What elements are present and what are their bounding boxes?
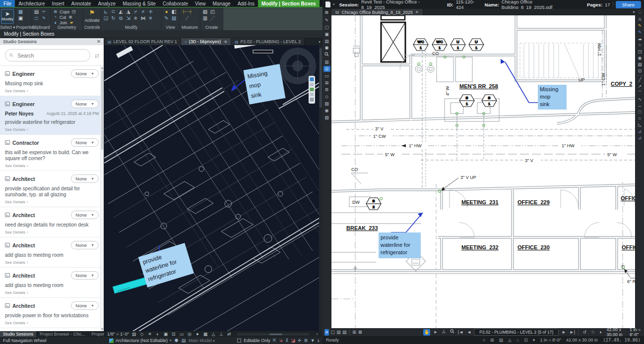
- dock-tab-project-browser[interactable]: Project Browser - Chic...: [37, 331, 89, 337]
- session-item[interactable]: Architect None▼ provide power in floor f…: [0, 298, 104, 328]
- window-icon[interactable]: ⊡: [524, 338, 528, 343]
- chevron-down-icon[interactable]: ▾: [633, 10, 635, 14]
- document-tab[interactable]: ▤ Chicago Office Building_8_19_2025 ✕: [331, 9, 423, 15]
- dock-tab-studio-sessions[interactable]: Studio Sessions: [0, 331, 37, 337]
- editable-only-checkbox[interactable]: [237, 339, 241, 343]
- analytical-model-icon[interactable]: △: [210, 331, 216, 337]
- status-dropdown[interactable]: None▼: [71, 100, 99, 108]
- lasso-tool-icon[interactable]: ◺: [637, 122, 644, 128]
- session-item[interactable]: Architect None▼ add glass to meeting roo…: [0, 268, 104, 298]
- select-by-face-icon[interactable]: ◪: [291, 338, 295, 343]
- bookmarks-icon[interactable]: ▤: [323, 38, 330, 44]
- paste-icon[interactable]: ▤: [33, 9, 40, 15]
- override-icon[interactable]: ▨: [171, 15, 177, 21]
- first-page-icon[interactable]: |◄: [457, 329, 464, 336]
- properties-icon[interactable]: ▦: [17, 9, 24, 15]
- select-pinned-icon[interactable]: ⊼: [285, 338, 289, 343]
- worksharing-display-icon[interactable]: ⇄: [226, 331, 232, 337]
- layers-icon[interactable]: ▨: [323, 115, 330, 120]
- type-properties-icon[interactable]: ▣: [17, 15, 24, 21]
- gear-icon[interactable]: ⚙: [323, 87, 330, 93]
- view-tab-plumbing[interactable]: ▤P2.02 - PLUMBING - LEVEL 2: [231, 38, 305, 45]
- ribbon-tab-file[interactable]: File: [0, 0, 15, 7]
- links-panel-icon[interactable]: ⊙: [323, 66, 330, 72]
- ribbon-tab-view[interactable]: View: [192, 0, 209, 7]
- markup-pen-icon[interactable]: ✎: [323, 17, 330, 23]
- move-icon[interactable]: ✛: [147, 9, 154, 15]
- stamp-icon[interactable]: ◉: [323, 108, 330, 114]
- select-links-icon[interactable]: ⇱: [273, 338, 277, 343]
- scrollbar-vertical[interactable]: ▲▼: [100, 66, 104, 331]
- session-item[interactable]: Architect None▼ add glass to meeting roo…: [0, 237, 104, 268]
- markup-note-provide-waterline[interactable]: provide waterline for refrigerator: [379, 213, 423, 258]
- change-mark-icon[interactable]: ⊿: [637, 129, 644, 134]
- session-item[interactable]: Engineer None▼ Missing mop sink See Deta…: [0, 66, 104, 96]
- ribbon-tab-addins[interactable]: Add-Ins: [234, 0, 258, 7]
- status-dropdown[interactable]: None▼: [71, 69, 99, 78]
- ribbon-tab-manage[interactable]: Manage: [209, 0, 234, 7]
- design-option-selector[interactable]: Main Model ▾: [189, 338, 215, 343]
- zoom-tool-icon[interactable]: [449, 329, 455, 336]
- ribbon-tab-annotate[interactable]: Annotate: [68, 0, 95, 7]
- brush-icon[interactable]: ✎: [163, 15, 170, 21]
- see-details-link[interactable]: See Details›: [5, 89, 99, 93]
- thumbnails-toggle-icon[interactable]: ≡: [324, 329, 329, 336]
- status-dropdown[interactable]: None▼: [71, 301, 99, 310]
- measure-line-icon[interactable]: ⟋: [181, 15, 193, 21]
- session-item[interactable]: Architect None▼ need design details for …: [0, 207, 104, 237]
- ribbon-tab-massing-site[interactable]: Massing & Site: [119, 0, 159, 7]
- pin-icon[interactable]: ≡: [132, 15, 139, 21]
- page-navigator[interactable]: P2.02 - PLUMBING - LEVEL 2 (5 of 17): [474, 329, 559, 336]
- rectangle-tool-icon[interactable]: □: [637, 110, 644, 115]
- scroll-right-icon[interactable]: ›: [314, 331, 320, 337]
- scroll-down-icon[interactable]: ▼: [101, 328, 104, 331]
- text-box-tool-icon[interactable]: A: [637, 17, 644, 22]
- gear-icon[interactable]: ⚙: [304, 338, 308, 343]
- rotate-ccw-icon[interactable]: ↺: [581, 329, 588, 336]
- tab-list-chevron-icon[interactable]: ▾: [317, 38, 322, 45]
- shadows-icon[interactable]: ◐: [155, 331, 161, 337]
- close-icon[interactable]: ✕: [415, 10, 419, 14]
- pen-tool-icon[interactable]: ✎: [637, 30, 644, 35]
- measure-panel-icon[interactable]: ▭: [323, 73, 330, 79]
- 3d-wireframe-view[interactable]: ________ Missing mop sink: [104, 45, 322, 331]
- line-tool-icon[interactable]: ╱: [637, 77, 644, 83]
- parts-icon[interactable]: ▥: [202, 15, 208, 21]
- steering-wheel[interactable]: [283, 51, 313, 81]
- cut-clipboard-icon[interactable]: ✂: [41, 9, 47, 15]
- similar-icon[interactable]: ⋰: [209, 15, 216, 21]
- view-tab-floorplan[interactable]: ▤LEVEL 02 FLOOR PLAN REV 1: [104, 38, 181, 45]
- snapshot-tool-icon[interactable]: ⊡: [637, 68, 644, 74]
- search-icon[interactable]: [323, 52, 330, 58]
- crop-region-icon[interactable]: ▭: [179, 331, 185, 337]
- scrollbar-vertical[interactable]: [319, 45, 322, 331]
- session-item[interactable]: Contractor None▼ this will be expensive …: [0, 135, 104, 171]
- polyline-tool-icon[interactable]: ∿: [637, 97, 644, 102]
- compass-icon[interactable]: ◬: [508, 338, 512, 343]
- share-button[interactable]: Share: [616, 1, 641, 8]
- offset-icon[interactable]: ⊂: [110, 9, 117, 15]
- highlighter-tool-icon[interactable]: ✎: [637, 23, 644, 29]
- chevron-down-icon[interactable]: ▾: [333, 2, 335, 6]
- ribbon-tab-insert[interactable]: Insert: [48, 0, 67, 7]
- temporary-hide-icon[interactable]: ◎: [187, 331, 193, 337]
- status-dropdown[interactable]: None▼: [71, 138, 99, 147]
- split-icon[interactable]: ⌿: [132, 9, 139, 15]
- sync-views-icon[interactable]: ⊞: [352, 329, 356, 336]
- chevron-down-icon[interactable]: ▾: [533, 338, 535, 343]
- expand-icon[interactable]: ⛶: [639, 10, 642, 15]
- panel-caption-select[interactable]: Select ▾: [0, 25, 15, 30]
- snap-icon[interactable]: ⊞: [490, 338, 494, 343]
- close-icon[interactable]: ✕: [224, 40, 227, 44]
- match-type-icon[interactable]: ✎: [41, 15, 47, 21]
- document-icon[interactable]: [325, 1, 330, 7]
- dimension-tool-icon[interactable]: ↔: [637, 103, 644, 109]
- shapes-icon[interactable]: ▢: [323, 24, 330, 30]
- reveal-hidden-icon[interactable]: ●: [194, 331, 200, 337]
- callout-tool-icon[interactable]: ◳: [637, 49, 644, 55]
- next-page-icon[interactable]: ►: [560, 329, 567, 336]
- status-dropdown[interactable]: None▼: [71, 211, 99, 219]
- see-details-link[interactable]: See Details›: [5, 164, 99, 168]
- image-tool-icon[interactable]: ▨: [637, 62, 644, 67]
- scrollbar-horizontal[interactable]: [237, 333, 309, 336]
